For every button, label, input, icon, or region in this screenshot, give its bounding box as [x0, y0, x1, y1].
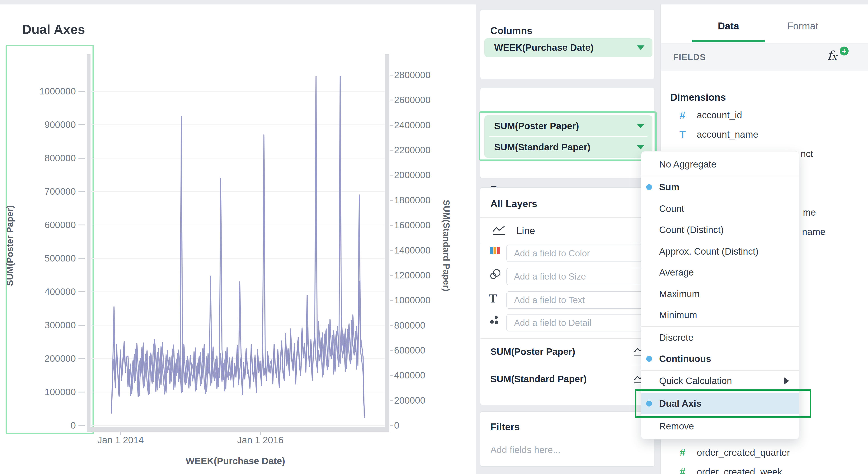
menu-item-no-aggregate[interactable]: No Aggregate	[641, 154, 799, 175]
field-slot-row: Add a field to Color	[480, 242, 654, 265]
covered-field-label-fragment: nct	[801, 148, 813, 159]
menu-item-maximum[interactable]: Maximum	[641, 283, 799, 305]
left-axis-bar	[87, 54, 91, 432]
all-layers-card: All Layers Line Add a field to ColorAdd …	[480, 187, 655, 405]
right-axis-tick: 1800000	[394, 195, 431, 206]
menu-separator	[641, 370, 799, 371]
add-field-input[interactable]: Add a field to Color	[506, 244, 645, 262]
add-field-placeholder: Add a field to Text	[514, 295, 585, 305]
rows-field-pill-standard[interactable]: SUM(Standard Paper)	[485, 137, 652, 158]
covered-field-label-fragment: me	[803, 207, 816, 218]
tick-mark	[120, 432, 121, 435]
fields-header-label: FIELDS	[673, 52, 706, 62]
tick-mark	[79, 392, 85, 393]
selected-dot-icon	[646, 184, 652, 190]
menu-item-continuous[interactable]: Continuous	[641, 348, 799, 370]
text-icon: T	[489, 293, 503, 306]
number-type-icon: #	[680, 109, 685, 121]
menu-item-label: Discrete	[659, 332, 693, 343]
tab-format[interactable]: Format	[787, 21, 818, 32]
measure-row-label: SUM(Standard Paper)	[490, 374, 587, 384]
right-axis-tick: 1000000	[394, 295, 431, 306]
rows-field-pill-label: SUM(Poster Paper)	[494, 121, 579, 131]
columns-field-pill-label: WEEK(Purchase Date)	[494, 42, 594, 53]
tick-mark	[390, 100, 393, 100]
chevron-down-icon[interactable]	[637, 145, 644, 149]
add-field-input[interactable]: Add a field to Detail	[506, 314, 645, 332]
dual-axis-annotation-outline	[635, 389, 811, 418]
field-label: account_id	[697, 110, 742, 121]
menu-item-minimum[interactable]: Minimum	[641, 304, 799, 326]
menu-item-remove[interactable]: Remove	[641, 416, 799, 437]
field-item-account_name[interactable]: Taccount_name	[661, 125, 868, 144]
dimensions-heading: Dimensions	[670, 92, 726, 103]
tick-mark	[79, 291, 85, 292]
tick-mark	[390, 125, 393, 126]
tick-mark	[79, 191, 85, 192]
tick-mark	[79, 225, 85, 226]
menu-item-quick-calculation[interactable]: Quick Calculation	[641, 370, 799, 392]
left-axis-tick: 300000	[9, 320, 76, 331]
layer-type-label: Line	[517, 225, 535, 236]
field-slot-row: TAdd a field to Text	[480, 289, 654, 312]
x-axis-tick: Jan 1 2016	[237, 435, 283, 445]
series-SUM(Standard Paper)	[112, 76, 364, 416]
menu-item-label: Average	[659, 267, 694, 278]
chevron-down-icon[interactable]	[637, 124, 644, 128]
tick-mark	[390, 275, 393, 276]
tick-mark	[260, 432, 261, 435]
right-axis-tick: 200000	[394, 395, 425, 406]
filters-drop-area[interactable]: Add fields here...	[490, 445, 561, 455]
tab-data[interactable]: Data	[718, 21, 739, 32]
right-axis-tick: 1600000	[394, 220, 431, 231]
menu-item-label: Count (Distinct)	[659, 225, 723, 235]
rows-field-pill-poster[interactable]: SUM(Poster Paper)	[485, 115, 652, 137]
covered-field-label-fragment: name	[802, 227, 826, 237]
number-type-icon: #	[680, 466, 685, 474]
app-window: { "colors": { "accent_green": "#23a863",…	[0, 0, 868, 474]
chevron-down-icon[interactable]	[637, 45, 644, 50]
tick-mark	[79, 425, 85, 426]
columns-field-pill[interactable]: WEEK(Purchase Date)	[485, 38, 652, 57]
field-item-order_created_week[interactable]: #order_created_week	[661, 463, 868, 474]
add-field-placeholder: Add a field to Size	[514, 272, 586, 281]
measure-row-poster[interactable]: SUM(Poster Paper)	[480, 339, 654, 365]
left-axis-tick: 800000	[9, 153, 76, 164]
left-axis-annotation-outline	[6, 45, 94, 434]
size-icon	[489, 269, 503, 283]
menu-item-approx-count-distinct[interactable]: Approx. Count (Distinct)	[641, 241, 799, 262]
left-axis-tick: 400000	[9, 286, 76, 297]
field-item-order_created_quarter[interactable]: #order_created_quarter	[661, 443, 868, 462]
tick-mark	[79, 358, 85, 359]
line-chart-plot	[89, 54, 389, 434]
detail-icon	[489, 315, 503, 329]
measure-row-standard[interactable]: SUM(Standard Paper)	[480, 365, 654, 394]
selected-dot-icon	[646, 356, 652, 362]
field-slot-row: Add a field to Size	[480, 265, 654, 288]
tick-mark	[79, 258, 85, 259]
add-field-input[interactable]: Add a field to Text	[506, 291, 645, 309]
rows-card: Rows SUM(Poster Paper) SUM(Standard Pape…	[480, 88, 655, 178]
layer-type-row[interactable]: Line	[480, 218, 654, 244]
submenu-arrow-icon	[784, 377, 789, 384]
color-icon	[489, 246, 503, 260]
menu-item-count-distinct[interactable]: Count (Distinct)	[641, 219, 799, 241]
menu-item-average[interactable]: Average	[641, 262, 799, 283]
menu-item-label: Sum	[659, 182, 679, 193]
tick-mark	[390, 375, 393, 376]
right-axis-tick: 2800000	[394, 70, 431, 80]
menu-item-discrete[interactable]: Discrete	[641, 327, 799, 348]
right-axis-tick: 800000	[394, 320, 425, 331]
right-axis-tick: 2000000	[394, 170, 431, 180]
fields-section-header: FIELDS fx +	[661, 43, 868, 71]
x-axis-bar	[87, 427, 389, 432]
add-calculated-field-button[interactable]: fx +	[827, 48, 847, 66]
menu-item-sum[interactable]: Sum	[641, 176, 799, 198]
menu-item-label: Quick Calculation	[659, 376, 732, 386]
add-field-placeholder: Add a field to Detail	[514, 318, 591, 328]
menu-separator	[641, 176, 799, 176]
field-item-account_id[interactable]: #account_id	[661, 106, 868, 125]
filters-card-title: Filters	[490, 421, 520, 433]
menu-item-count[interactable]: Count	[641, 198, 799, 219]
add-field-input[interactable]: Add a field to Size	[506, 268, 645, 285]
